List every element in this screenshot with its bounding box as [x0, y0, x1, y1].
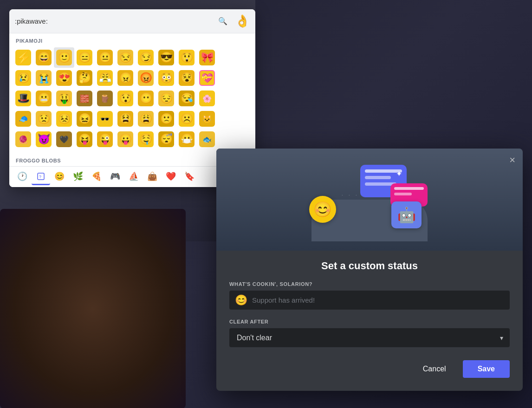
- modal-footer: Cancel Save: [229, 358, 510, 378]
- list-item[interactable]: 🎀: [197, 47, 217, 68]
- list-item[interactable]: 😭: [33, 68, 54, 88]
- list-item[interactable]: 😳: [156, 68, 176, 88]
- bg-food-image: [0, 209, 186, 408]
- list-item[interactable]: 😑: [74, 47, 95, 68]
- list-item[interactable]: 🤤: [136, 129, 156, 149]
- list-item[interactable]: 🐟: [197, 129, 217, 149]
- list-item[interactable]: 😠: [115, 68, 136, 88]
- list-item[interactable]: 💝: [197, 68, 217, 88]
- clear-after-select-wrapper: Don't clear Today 4 hours 1 hour 30 minu…: [229, 328, 510, 347]
- illus-star: ✦: [396, 169, 402, 178]
- list-item[interactable]: 😩: [136, 109, 156, 129]
- modal-title: Set a custom status: [229, 260, 510, 272]
- list-item[interactable]: 😄: [33, 47, 54, 68]
- emoji-search-input[interactable]: [15, 17, 214, 25]
- category-people-icon[interactable]: 😊: [50, 168, 69, 185]
- list-item[interactable]: 😒: [115, 47, 136, 68]
- list-item[interactable]: 😣: [54, 109, 74, 129]
- list-item[interactable]: 😴: [156, 129, 176, 149]
- list-item[interactable]: 😐: [95, 47, 115, 68]
- list-item[interactable]: 😜: [95, 129, 115, 149]
- list-item[interactable]: 😵: [176, 68, 197, 88]
- custom-status-modal: 😊 🤖 ✦ · · · × Set a custom status WHAT'S…: [216, 149, 523, 391]
- clear-after-label: CLEAR AFTER: [229, 319, 510, 324]
- list-item[interactable]: 😡: [136, 68, 156, 88]
- list-item[interactable]: 🐱: [197, 109, 217, 129]
- illus-smiley: 😊: [309, 196, 336, 223]
- list-item[interactable]: 😎: [156, 47, 176, 68]
- modal-header-illustration: 😊 🤖 ✦ · · · ×: [216, 149, 523, 251]
- status-section-label: WHAT'S COOKIN', SOLARION?: [229, 281, 510, 287]
- emoji-ok-button[interactable]: 👌: [235, 14, 250, 28]
- list-item[interactable]: 😲: [176, 47, 197, 68]
- illus-dots: · · ·: [342, 193, 359, 197]
- list-item[interactable]: 😖: [74, 109, 95, 129]
- category-flags-icon[interactable]: 🔖: [180, 168, 199, 185]
- list-item[interactable]: 🙂: [54, 47, 74, 68]
- clear-after-select[interactable]: Don't clear Today 4 hours 1 hour 30 minu…: [229, 328, 510, 347]
- list-item[interactable]: 🎩: [13, 88, 33, 109]
- list-item[interactable]: 😷: [176, 129, 197, 149]
- list-item[interactable]: 😛: [115, 129, 136, 149]
- pikamoji-grid: ⚡ 😄 🙂 😑 😐 😒 😏 😎 😲 🎀 😢 😭 😍 🤔 😤 😠 😡 😳 😵 💝 …: [9, 46, 255, 153]
- category-nature-icon[interactable]: 🌿: [69, 168, 87, 185]
- list-item[interactable]: 🧱: [74, 88, 95, 109]
- search-icon: 🔍: [218, 17, 227, 26]
- status-text-input[interactable]: [252, 292, 504, 308]
- list-item[interactable]: 😪: [176, 88, 197, 109]
- list-item[interactable]: 😢: [13, 68, 33, 88]
- category-travel-icon[interactable]: ⛵: [124, 168, 143, 185]
- list-item[interactable]: 😏: [136, 47, 156, 68]
- illus-line4: [394, 187, 424, 190]
- list-item[interactable]: 🤔: [74, 68, 95, 88]
- list-item[interactable]: 🌸: [197, 88, 217, 109]
- list-item[interactable]: ⚡: [13, 47, 33, 68]
- list-item[interactable]: 🙁: [156, 109, 176, 129]
- list-item[interactable]: 🕶️: [95, 109, 115, 129]
- save-button[interactable]: Save: [463, 360, 510, 378]
- category-food-icon[interactable]: 🍕: [87, 168, 106, 185]
- list-item[interactable]: 🖤: [54, 129, 74, 149]
- cancel-button[interactable]: Cancel: [414, 360, 455, 378]
- category-objects-icon[interactable]: 👜: [143, 168, 162, 185]
- illus-line2: [365, 176, 391, 179]
- pikamoji-section-label: PIKAMOJI: [9, 33, 255, 46]
- emoji-search-bar: 🔍 👌: [9, 9, 255, 33]
- list-item[interactable]: 🪵: [95, 88, 115, 109]
- list-item[interactable]: 😟: [33, 109, 54, 129]
- list-item[interactable]: 🧢: [13, 109, 33, 129]
- modal-close-button[interactable]: ×: [509, 154, 515, 166]
- category-recent-icon[interactable]: 🕐: [13, 168, 32, 185]
- list-item[interactable]: 😬: [33, 88, 54, 109]
- status-emoji-picker[interactable]: 😊: [235, 294, 247, 306]
- list-item[interactable]: 😈: [33, 129, 54, 149]
- category-custom-icon[interactable]: ?: [32, 168, 50, 185]
- list-item[interactable]: 😶: [136, 88, 156, 109]
- svg-text:?: ?: [39, 175, 41, 179]
- illus-robot: 🤖: [391, 201, 422, 228]
- list-item[interactable]: 😤: [95, 68, 115, 88]
- list-item[interactable]: 😍: [54, 68, 74, 88]
- category-games-icon[interactable]: 🎮: [106, 168, 124, 185]
- modal-body: Set a custom status WHAT'S COOKIN', SOLA…: [216, 251, 523, 391]
- illus-line5: [394, 193, 412, 195]
- list-item[interactable]: 😯: [115, 88, 136, 109]
- list-item[interactable]: 🤑: [54, 88, 74, 109]
- status-input-row: 😊: [229, 291, 510, 310]
- list-item[interactable]: ☹️: [176, 109, 197, 129]
- illustration: 😊 🤖 ✦ · · ·: [305, 158, 435, 241]
- list-item[interactable]: 😫: [115, 109, 136, 129]
- list-item[interactable]: 🧶: [13, 129, 33, 149]
- category-symbols-icon[interactable]: ❤️: [162, 168, 180, 185]
- list-item[interactable]: 😝: [74, 129, 95, 149]
- list-item[interactable]: 😔: [156, 88, 176, 109]
